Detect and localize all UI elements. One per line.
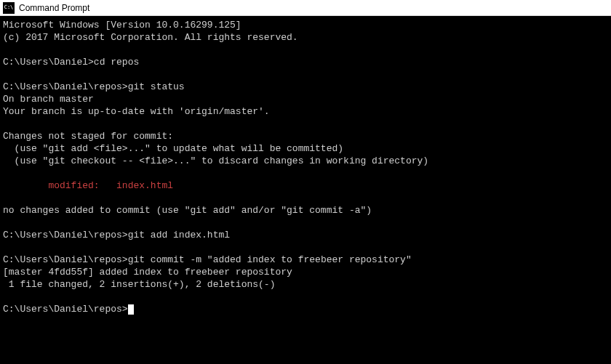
prompt: C:\Users\Daniel\repos> [3,254,128,265]
prompt: C:\Users\Daniel\repos> [3,81,128,92]
out-line: Your branch is up-to-date with 'origin/m… [3,106,270,117]
command-prompt-window: Command Prompt Microsoft Windows [Versio… [0,0,611,364]
command: git add index.html [128,230,230,240]
terminal-output[interactable]: Microsoft Windows [Version 10.0.16299.12… [0,16,611,364]
out-line: Microsoft Windows [Version 10.0.16299.12… [3,20,241,31]
out-line: (use "git checkout -- <file>..." to disc… [3,155,428,166]
out-line: (c) 2017 Microsoft Corporation. All righ… [3,32,298,43]
command-prompt-icon [3,2,15,14]
command: git commit -m "added index to freebeer r… [128,254,412,265]
out-line: [master 4fdd55f] added index to freebeer… [3,267,292,278]
out-line: Changes not staged for commit: [3,131,173,142]
prompt: C:\Users\Daniel\repos> [3,304,128,315]
out-line: no changes added to commit (use "git add… [3,205,372,216]
prompt: C:\Users\Daniel> [3,57,94,68]
out-line-modified: modified: index.html [3,180,173,191]
command: git status [128,81,185,92]
command: cd repos [94,57,139,68]
out-line: 1 file changed, 2 insertions(+), 2 delet… [3,279,275,290]
out-line: On branch master [3,94,94,105]
titlebar[interactable]: Command Prompt [0,0,611,16]
window-title: Command Prompt [19,3,89,13]
prompt: C:\Users\Daniel\repos> [3,230,128,240]
cursor [128,304,134,315]
out-line: (use "git add <file>..." to update what … [3,143,343,154]
